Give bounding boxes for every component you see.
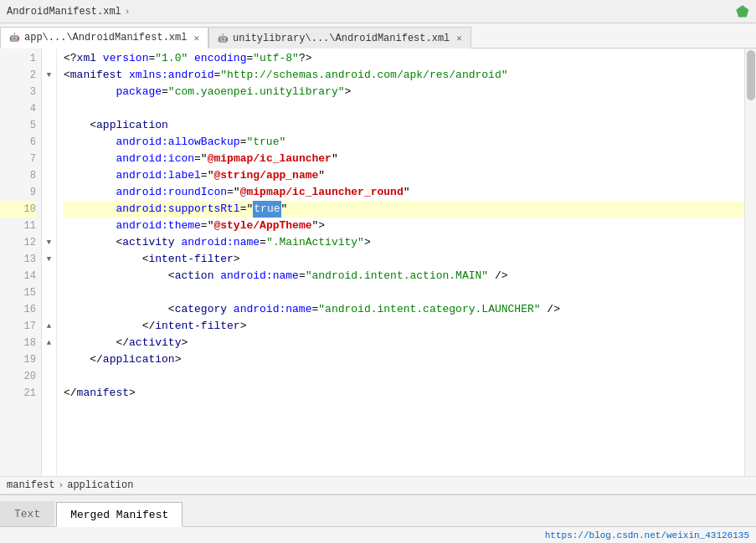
fold-16 [42,301,56,318]
code-line-6: android:allowBackup="true" [64,134,744,151]
line-num-14: 14 [0,268,36,284]
fold-5 [42,117,56,134]
line-num-8: 8 [0,167,36,184]
fold-7 [42,151,56,167]
code-line-9: android:roundIcon="@mipmap/ic_launcher_r… [64,184,744,201]
title-bar: AndroidManifest.xml › ⬟ [0,0,756,23]
tab-unity-label: unitylibrary\...\AndroidManifest.xml [233,33,450,44]
code-line-3: package="com.yaoenpei.unitylibrary"> [64,84,744,100]
line-numbers: 1 2 3 4 5 6 7 8 9 10 11 12 13 14 15 16 1… [0,49,42,476]
bottom-tab-bar: Text Merged Manifest [0,494,756,526]
line-num-19: 19 [0,351,36,368]
line-num-9: 9 [0,184,36,201]
fold-8 [42,167,56,184]
fold-20 [42,368,56,385]
code-line-13: <intent-filter> [64,251,744,268]
tab-app[interactable]: 🤖 app\...\AndroidManifest.xml ✕ [0,27,208,49]
fold-10 [42,201,56,218]
line-num-5: 5 [0,117,36,134]
fold-3 [42,84,56,100]
editor-container: 1 2 3 4 5 6 7 8 9 10 11 12 13 14 15 16 1… [0,49,756,476]
line-num-7: 7 [0,151,36,167]
code-line-4 [64,100,744,117]
line-num-18: 18 [0,335,36,351]
bottom-tab-merged[interactable]: Merged Manifest [56,502,183,527]
tab-app-close[interactable]: ✕ [193,33,199,44]
tab-app-label: app\...\AndroidManifest.xml [24,32,187,44]
fold-15 [42,284,56,301]
fold-2[interactable]: ▼ [42,67,56,84]
fold-11 [42,218,56,234]
vertical-scrollbar[interactable] [744,49,756,476]
fold-4 [42,100,56,117]
fold-14 [42,268,56,284]
line-num-21: 21 [0,385,36,402]
title-arrow: › [125,7,131,17]
fold-12[interactable]: ▼ [42,234,56,251]
fold-19 [42,351,56,368]
line-num-6: 6 [0,134,36,151]
code-area[interactable]: <?xml version="1.0" encoding="utf-8"?> <… [57,49,744,476]
line-num-16: 16 [0,301,36,318]
line-num-2: 2 [0,67,36,84]
line-num-17: 17 [0,318,36,335]
code-line-18: </activity> [64,335,744,351]
title-bar-left: AndroidManifest.xml › [7,6,130,18]
fold-21 [42,385,56,402]
code-line-21: </manifest> [64,385,744,402]
tab-unity[interactable]: 🤖 unitylibrary\...\AndroidManifest.xml ✕ [208,27,471,49]
fold-6 [42,134,56,151]
fold-9 [42,184,56,201]
breadcrumb-sep: › [59,480,64,490]
bottom-tab-text[interactable]: Text [0,501,54,526]
code-line-1: <?xml version="1.0" encoding="utf-8"?> [64,50,744,67]
line-num-13: 13 [0,251,36,268]
code-line-20 [64,368,744,385]
code-line-8: android:label="@string/app_name" [64,167,744,184]
tab-unity-close[interactable]: ✕ [456,33,462,44]
line-num-20: 20 [0,368,36,385]
line-num-10: 10 [0,201,36,218]
line-num-4: 4 [0,100,36,117]
code-line-19: </application> [64,351,744,368]
bottom-tab-text-label: Text [14,508,40,520]
code-line-12: <activity android:name=".MainActivity"> [64,234,744,251]
breadcrumb-manifest[interactable]: manifest [7,479,55,491]
android-logo-icon: ⬟ [736,3,749,21]
bottom-tab-merged-label: Merged Manifest [70,509,168,521]
tab-icon-app: 🤖 [9,33,19,43]
tab-bar: 🤖 app\...\AndroidManifest.xml ✕ 🤖 unityl… [0,23,756,49]
code-line-17: </intent-filter> [64,318,744,335]
code-line-15 [64,284,744,301]
fold-13[interactable]: ▼ [42,251,56,268]
code-line-7: android:icon="@mipmap/ic_launcher" [64,151,744,167]
title-filename: AndroidManifest.xml [7,6,121,18]
fold-17[interactable]: ▲ [42,318,56,335]
line-num-11: 11 [0,218,36,234]
code-line-14: <action android:name="android.intent.act… [64,268,744,284]
fold-area: ▼ ▼ ▼ ▲ ▲ [42,49,57,476]
fold-1 [42,50,56,67]
line-num-1: 1 [0,50,36,67]
status-bar: https://blog.csdn.net/weixin_43126135 [0,526,756,543]
code-line-16: <category android:name="android.intent.c… [64,301,744,318]
line-num-15: 15 [0,284,36,301]
tab-icon-unity: 🤖 [218,33,228,44]
line-num-12: 12 [0,234,36,251]
code-line-5: <application [64,117,744,134]
code-line-11: android:theme="@style/AppTheme"> [64,218,744,234]
code-line-10: android:supportsRtl="true" [64,201,744,218]
code-line-2: <manifest xmlns:android="http://schemas.… [64,67,744,84]
line-num-3: 3 [0,84,36,100]
breadcrumb-application[interactable]: application [67,479,133,491]
status-url: https://blog.csdn.net/weixin_43126135 [545,530,749,540]
fold-18[interactable]: ▲ [42,335,56,351]
breadcrumb-bar: manifest › application [0,476,756,494]
scrollbar-thumb[interactable] [747,50,755,100]
